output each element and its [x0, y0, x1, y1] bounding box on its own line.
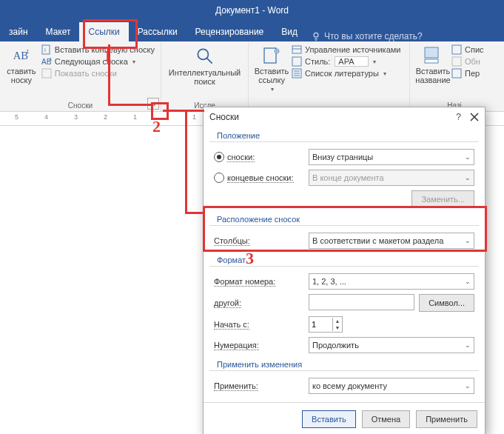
- bibliography-button[interactable]: Список литературы ▾: [292, 68, 400, 79]
- ribbon: AB1 ставить носку i Вставить концевую сн…: [0, 41, 504, 112]
- endnote-position-value: В конце документа: [312, 173, 384, 182]
- svg-rect-7: [42, 69, 51, 78]
- group-research: Интеллектуальный поиск Иссле: [161, 41, 249, 111]
- tof-label: Спис: [465, 45, 484, 54]
- num-format-label: Формат номера:: [214, 277, 275, 287]
- callout-number-2: 2: [152, 117, 161, 136]
- tell-me-label: Что вы хотите сделать?: [324, 31, 423, 41]
- columns-combo[interactable]: В соответствии с макетом раздела ⌄: [309, 233, 474, 249]
- svg-point-8: [198, 49, 208, 59]
- update-table-button[interactable]: Обн: [451, 56, 484, 67]
- update-label: Обн: [465, 57, 480, 66]
- crossref-label: Пер: [465, 69, 480, 78]
- section-apply: Применить изменения: [209, 357, 479, 371]
- radio-footnotes-label: сноски:: [227, 153, 255, 162]
- citation-icon: [262, 46, 281, 65]
- group-captions: Вставить название Спис Обн Пер Назі: [410, 41, 499, 111]
- columns-value: В соответствии с макетом раздела: [312, 236, 443, 245]
- caption-icon: [423, 46, 443, 65]
- tab-review[interactable]: Рецензирование: [187, 22, 273, 41]
- smart-lookup-button[interactable]: Интеллектуальный поиск: [167, 44, 242, 101]
- smart-lookup-label: Интеллектуальный поиск: [169, 68, 241, 86]
- show-notes-icon: [41, 68, 52, 79]
- svg-text:i: i: [44, 47, 46, 53]
- numbering-value: Продолжить: [312, 341, 359, 350]
- radio-endnotes-label: концевые сноски:: [227, 173, 294, 183]
- tab-view[interactable]: Вид: [272, 22, 306, 41]
- start-at-input[interactable]: [309, 319, 332, 330]
- group-footnotes-label: Сноски: [6, 101, 155, 111]
- custom-mark-input[interactable]: [309, 294, 414, 310]
- endnote-position-combo: В конце документа ⌄: [309, 170, 474, 186]
- svg-rect-19: [425, 47, 438, 58]
- chevron-down-icon: ⌄: [465, 278, 471, 285]
- convert-button[interactable]: Заменить...: [411, 190, 474, 208]
- tab-references[interactable]: Ссылки: [79, 22, 128, 41]
- cross-reference-button[interactable]: Пер: [451, 68, 484, 79]
- symbol-button[interactable]: Символ...: [419, 294, 474, 312]
- close-button[interactable]: [470, 113, 479, 121]
- update-icon: [451, 56, 462, 67]
- insert-table-of-figures-button[interactable]: Спис: [451, 44, 484, 55]
- svg-rect-3: [42, 45, 50, 54]
- next-footnote-button[interactable]: AB1 Следующая сноска ▾: [41, 56, 155, 67]
- style-icon: [292, 56, 302, 67]
- crossref-icon: [451, 68, 462, 79]
- endnote-icon: i: [41, 44, 52, 55]
- section-layout: Расположение сносок: [209, 212, 479, 226]
- smart-lookup-icon: [195, 46, 215, 67]
- chevron-down-icon: ⌄: [465, 237, 471, 244]
- insert-citation-button[interactable]: Вставить ссылку ▾: [255, 44, 289, 101]
- columns-label: Столбцы:: [214, 236, 250, 246]
- dialog-titlebar[interactable]: Сноски ?: [204, 107, 485, 127]
- svg-rect-21: [452, 45, 461, 54]
- apply-to-combo[interactable]: ко всему документу ⌄: [309, 378, 474, 394]
- insert-citation-label: Вставить ссылку: [255, 67, 289, 84]
- footnote-icon: AB1: [12, 46, 31, 65]
- insert-caption-label: Вставить название: [415, 67, 450, 84]
- cancel-button[interactable]: Отмена: [362, 410, 410, 428]
- start-at-spinner[interactable]: ▲▼: [309, 316, 343, 333]
- citation-style-dropdown[interactable]: Стиль: APA ▾: [292, 56, 400, 67]
- apply-button[interactable]: Применить: [416, 410, 477, 428]
- spin-down-icon[interactable]: ▼: [333, 324, 342, 331]
- chevron-down-icon: ▾: [132, 59, 135, 65]
- svg-rect-20: [425, 59, 438, 63]
- next-footnote-label: Следующая сноска: [55, 57, 128, 66]
- ribbon-tabs: зайн Макет Ссылки Рассылки Рецензировани…: [0, 21, 504, 41]
- group-citations: Вставить ссылку ▾ Управление источниками…: [249, 41, 410, 111]
- tab-design[interactable]: зайн: [0, 22, 37, 41]
- num-format-combo[interactable]: 1, 2, 3, ... ⌄: [309, 273, 474, 290]
- manage-sources-button[interactable]: Управление источниками: [292, 44, 400, 55]
- group-footnotes: AB1 ставить носку i Вставить концевую сн…: [0, 41, 161, 111]
- spin-up-icon[interactable]: ▲: [333, 318, 342, 324]
- callout-line: [185, 212, 204, 214]
- svg-text:1: 1: [26, 48, 29, 55]
- footnote-position-combo[interactable]: Внизу страницы ⌄: [309, 149, 474, 165]
- tab-mailings[interactable]: Рассылки: [129, 22, 187, 41]
- insert-endnote-button[interactable]: i Вставить концевую сноску: [41, 44, 155, 55]
- footnote-dialog: Сноски ? Положение сноски: Внизу страниц…: [203, 107, 485, 434]
- svg-line-9: [206, 59, 212, 64]
- insert-footnote-button[interactable]: AB1 ставить носку: [6, 44, 37, 101]
- callout-line: [108, 44, 110, 104]
- radio-footnotes[interactable]: сноски:: [214, 152, 303, 162]
- radio-endnotes[interactable]: концевые сноски:: [214, 173, 303, 183]
- insert-button[interactable]: Вставить: [302, 410, 356, 428]
- chevron-down-icon: ⌄: [465, 382, 471, 390]
- start-at-label: Начать с:: [214, 320, 249, 330]
- svg-rect-22: [452, 57, 461, 66]
- svg-rect-12: [292, 46, 301, 53]
- next-footnote-icon: AB1: [41, 56, 52, 67]
- chevron-down-icon: ▾: [383, 70, 386, 77]
- apply-to-label: Применить:: [214, 381, 258, 391]
- close-icon: [470, 113, 479, 121]
- show-notes-button[interactable]: Показать сноски: [41, 68, 155, 79]
- help-button[interactable]: ?: [456, 112, 461, 122]
- footnote-position-value: Внизу страницы: [312, 153, 373, 161]
- tab-layout[interactable]: Макет: [37, 22, 80, 41]
- window-title: Документ1 - Word: [215, 5, 289, 16]
- tell-me-search[interactable]: Что вы хотите сделать?: [311, 31, 423, 41]
- numbering-combo[interactable]: Продолжить ⌄: [309, 337, 474, 353]
- insert-caption-button[interactable]: Вставить название: [416, 44, 450, 101]
